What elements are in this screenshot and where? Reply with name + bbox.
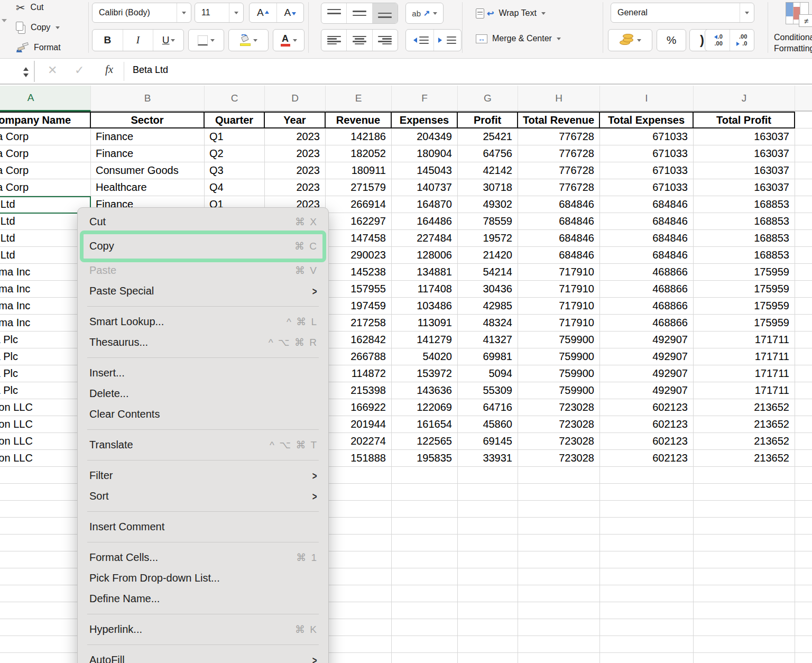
cell-H4[interactable]: 776728 [518,162,600,179]
cell-B3[interactable]: Finance [91,145,205,162]
italic-button[interactable]: I [123,30,153,51]
cell-H6[interactable]: 684846 [518,196,600,213]
menu-item-paste-special[interactable]: Paste Special> [78,281,328,301]
cell-C3[interactable]: Q2 [205,145,265,162]
increase-font-size-button[interactable]: A [250,3,276,22]
cell-F11[interactable]: 117408 [392,281,458,298]
cell-E15[interactable]: 266788 [326,348,392,365]
cell-F17[interactable]: 143636 [392,382,458,399]
underline-button[interactable]: U [153,30,183,51]
cell-F25[interactable] [392,518,458,535]
cell-H21[interactable]: 723028 [518,450,600,467]
cell-G31[interactable] [458,619,518,636]
cell-K6[interactable] [795,196,812,213]
cell-J11[interactable]: 175959 [694,281,795,298]
cell-C5[interactable]: Q4 [205,179,265,196]
ribbon-collapse-caret-icon[interactable] [2,19,7,25]
cell-G16[interactable]: 5094 [458,365,518,382]
cell-G11[interactable]: 30436 [458,281,518,298]
cell-K3[interactable] [795,145,812,162]
accounting-format-button[interactable] [608,29,652,51]
cell-F24[interactable] [392,501,458,518]
cell-K25[interactable] [795,518,812,535]
cell-G7[interactable]: 78559 [458,213,518,230]
cell-H29[interactable] [518,585,600,602]
cell-J6[interactable]: 168853 [694,196,795,213]
conditional-formatting-label[interactable]: Conditional Formatting [774,32,812,54]
cell-J8[interactable]: 168853 [694,230,795,247]
cell-F12[interactable]: 103486 [392,298,458,315]
cell-E21[interactable]: 151888 [326,450,392,467]
cell-I20[interactable]: 602123 [600,433,694,450]
cell-J32[interactable] [694,636,795,653]
cell-E32[interactable] [326,636,392,653]
cell-F26[interactable] [392,535,458,551]
cell-I13[interactable]: 468866 [600,315,694,332]
cell-K27[interactable] [795,551,812,568]
cell-J3[interactable]: 163037 [694,145,795,162]
cell-F20[interactable]: 122565 [392,433,458,450]
cell-C2[interactable]: Q1 [205,128,265,145]
cell-H25[interactable] [518,518,600,535]
fill-color-button[interactable] [228,29,269,51]
font-color-button[interactable]: A [273,29,304,51]
cell-E2[interactable]: 142186 [326,128,392,145]
cell-E18[interactable]: 166922 [326,399,392,416]
cell-G15[interactable]: 69981 [458,348,518,365]
cell-J26[interactable] [694,535,795,551]
cell-I29[interactable] [600,585,694,602]
cell-A1[interactable]: Company Name [0,112,91,128]
cell-J15[interactable]: 171711 [694,348,795,365]
cell-E6[interactable]: 266914 [326,196,392,213]
cell-I15[interactable]: 492907 [600,348,694,365]
cell-E8[interactable]: 147458 [326,230,392,247]
decrease-font-size-button[interactable]: A [276,3,304,22]
cell-E26[interactable] [326,535,392,551]
cell-E30[interactable] [326,602,392,619]
cell-K22[interactable] [795,467,812,484]
cell-E19[interactable]: 201944 [326,416,392,433]
cell-F14[interactable]: 141279 [392,332,458,348]
cell-K9[interactable] [795,247,812,264]
decrease-indent-button[interactable] [406,30,433,51]
cell-I32[interactable] [600,636,694,653]
cell-F15[interactable]: 54020 [392,348,458,365]
cell-J25[interactable] [694,518,795,535]
cell-J9[interactable]: 168853 [694,247,795,264]
cell-I8[interactable]: 684846 [600,230,694,247]
column-header-G[interactable]: G [458,86,518,112]
cut-button[interactable]: ✂ Cut [16,0,44,15]
cell-F31[interactable] [392,619,458,636]
cancel-entry-icon[interactable]: ✕ [48,63,57,77]
decrease-decimal-button[interactable]: .0 .00 [705,30,730,51]
cell-J18[interactable]: 213652 [694,399,795,416]
cell-G21[interactable]: 33931 [458,450,518,467]
cell-E7[interactable]: 162297 [326,213,392,230]
cell-F1[interactable]: Expenses [392,112,458,128]
cell-J20[interactable]: 213652 [694,433,795,450]
cell-K10[interactable] [795,264,812,281]
cell-G30[interactable] [458,602,518,619]
cell-K18[interactable] [795,399,812,416]
menu-item-delete[interactable]: Delete... [78,383,328,404]
cell-I2[interactable]: 671033 [600,128,694,145]
percent-style-button[interactable]: % [657,29,686,51]
cell-K23[interactable] [795,484,812,501]
cell-H8[interactable]: 684846 [518,230,600,247]
cell-F27[interactable] [392,551,458,568]
cell-E24[interactable] [326,501,392,518]
cell-G17[interactable]: 55309 [458,382,518,399]
cell-E9[interactable]: 290023 [326,247,392,264]
cell-I12[interactable]: 468866 [600,298,694,315]
cell-I3[interactable]: 671033 [600,145,694,162]
cell-J2[interactable]: 163037 [694,128,795,145]
cell-F23[interactable] [392,484,458,501]
cell-I28[interactable] [600,568,694,585]
cell-I23[interactable] [600,484,694,501]
cell-K1[interactable] [795,112,812,128]
cell-A2[interactable]: Alpha Corp [0,128,91,145]
menu-item-hyperlink[interactable]: Hyperlink...⌘ K [78,619,328,640]
cell-G4[interactable]: 42142 [458,162,518,179]
cell-H23[interactable] [518,484,600,501]
cell-K29[interactable] [795,585,812,602]
